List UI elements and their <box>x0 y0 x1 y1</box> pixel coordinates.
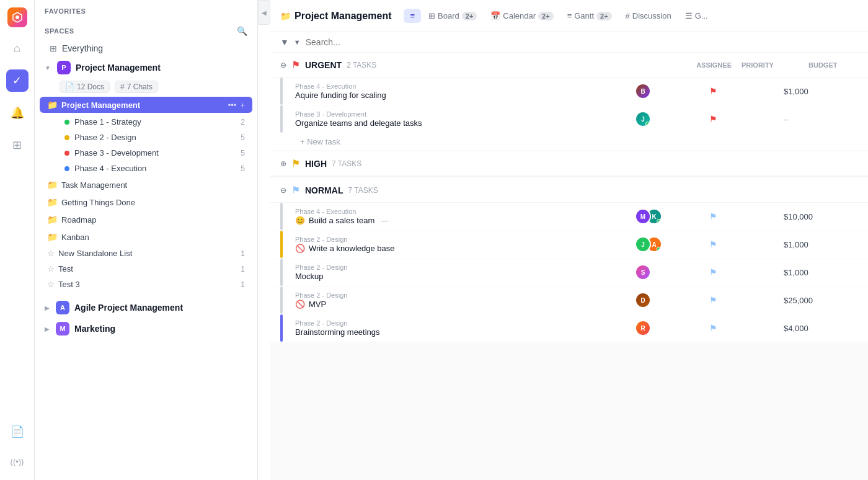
collapse-arrow-pm: ▼ <box>45 64 51 71</box>
task-mvp[interactable]: Phase 2 - Design 🚫 MVP D ⚑ $25,000 <box>270 287 868 314</box>
high-name: HIGH <box>305 159 327 169</box>
sidebar-collapse-button[interactable]: ◀ <box>258 0 270 25</box>
task-area: ⊖ ⚑ URGENT 2 TASKS ASSIGNEE PRIORITY BUD… <box>270 53 868 480</box>
task7-assignee: R <box>635 320 709 336</box>
notifications-nav-icon[interactable]: 🔔 <box>6 102 29 124</box>
agile-space[interactable]: ▶ A Agile Project Management <box>35 297 257 318</box>
task3-emoji: 😊 <box>295 216 305 225</box>
search-input[interactable] <box>306 37 858 47</box>
task1-assignee: B <box>635 83 709 99</box>
chat-icon: # <box>120 82 125 91</box>
priority-col-header: PRIORITY <box>742 61 804 69</box>
active-folder-icon: 📁 <box>47 100 58 110</box>
docs-chats-row: 📄 12 Docs # 7 Chats <box>35 78 257 96</box>
dashboard-nav-icon[interactable]: ⊞ <box>6 134 29 156</box>
kanban-folder[interactable]: 📁 Kanban <box>40 229 252 245</box>
star-icon-3: ☆ <box>47 280 55 289</box>
tab-more-icon: ☰ <box>685 11 693 20</box>
task3-assignee: M K <box>635 208 709 224</box>
task4-priority: ⚑ <box>709 239 784 249</box>
task4-title: Write a knowledge base <box>309 244 395 253</box>
header-title-text: Project Management <box>294 11 391 22</box>
getting-things-done-label: Getting Things Done <box>61 198 245 207</box>
task4-budget: $1,000 <box>784 240 858 249</box>
urgent-section-header[interactable]: ⊖ ⚑ URGENT 2 TASKS ASSIGNEE PRIORITY BUD… <box>270 53 868 78</box>
task-knowledge-base[interactable]: Phase 2 - Design 🚫 Write a knowledge bas… <box>270 231 868 259</box>
task-build-sales-team[interactable]: Phase 4 - Execution 😊 Build a sales team… <box>270 203 868 231</box>
collapse-arrow-agile: ▶ <box>45 304 50 311</box>
task-aquire-funding[interactable]: Phase 4 - Execution Aquire funding for s… <box>270 78 868 105</box>
task4-avatar-group: J A <box>635 236 662 252</box>
tab-discussion[interactable]: # Discussion <box>619 9 678 23</box>
tasks-nav-icon[interactable]: ✓ <box>6 69 29 92</box>
wifi-nav-icon[interactable]: ((•)) <box>6 450 29 473</box>
high-toggle[interactable]: ⊕ <box>280 159 286 168</box>
tab-board[interactable]: ⊞ Board 2+ <box>422 9 483 23</box>
task6-priority-flag: ⚑ <box>709 295 717 305</box>
everything-item[interactable]: ⊞ Everything <box>40 40 252 57</box>
add-icon[interactable]: + <box>240 100 245 110</box>
task3-priority-flag: ⚑ <box>709 211 717 221</box>
high-section: ⊕ ⚑ HIGH 7 TASKS <box>270 151 868 177</box>
docs-nav-icon[interactable]: 📄 <box>6 420 29 443</box>
task2-avatar: J <box>635 111 651 127</box>
favorites-label: Favorites <box>45 7 86 15</box>
filter-down-icon[interactable]: ▼ <box>294 38 301 46</box>
task5-priority-flag: ⚑ <box>709 267 717 277</box>
task6-title-row: 🚫 MVP <box>295 300 347 309</box>
more-icon[interactable]: ••• <box>228 100 237 110</box>
task1-phase: Phase 4 - Execution <box>295 82 386 90</box>
roadmap-folder[interactable]: 📁 Roadmap <box>40 211 252 228</box>
high-section-header[interactable]: ⊕ ⚑ HIGH 7 TASKS <box>270 151 868 176</box>
normal-toggle[interactable]: ⊖ <box>280 186 286 195</box>
header-folder-icon: 📁 <box>280 11 291 21</box>
folder-nav-icon-kb: 📁 <box>47 232 58 242</box>
task-management-folder[interactable]: 📁 Task Management <box>40 177 252 193</box>
getting-things-done-folder[interactable]: 📁 Getting Things Done <box>40 194 252 210</box>
phase4-execution-item[interactable]: Phase 4 - Execution 5 <box>40 161 252 176</box>
task-indicator-1 <box>280 78 283 105</box>
phase1-strategy-item[interactable]: Phase 1 - Strategy 2 <box>40 115 252 129</box>
phase3-development-item[interactable]: Phase 3 - Development 5 <box>40 146 252 160</box>
standalone-list-item[interactable]: ☆ New Standalone List 1 <box>40 246 252 260</box>
tab-calendar[interactable]: 📅 Calendar 2+ <box>484 9 559 23</box>
phase2-design-item[interactable]: Phase 2 - Design 5 <box>40 130 252 144</box>
task-organize-teams[interactable]: Phase 3 - Development Organize teams and… <box>270 105 868 133</box>
task6-title: MVP <box>309 300 326 309</box>
tab-gantt[interactable]: ≡ Gantt 2+ <box>561 9 618 23</box>
folder-nav-icon-gtd: 📁 <box>47 197 58 207</box>
pm-badge: P <box>57 61 71 74</box>
active-folder[interactable]: 📁 Project Management ••• + <box>40 97 252 113</box>
urgent-toggle[interactable]: ⊖ <box>280 61 286 69</box>
phase4-name: Phase 4 - Execution <box>74 164 241 173</box>
tab-more-label: G... <box>695 11 708 20</box>
task-brainstorming[interactable]: Phase 2 - Design Brainstorming meetings … <box>270 314 868 342</box>
home-nav-icon[interactable]: ⌂ <box>6 37 29 60</box>
marketing-space-name: Marketing <box>74 324 247 334</box>
test-label: Test <box>58 264 237 273</box>
normal-section-header[interactable]: ⊖ ⚑ NORMAL 7 TASKS <box>270 178 868 203</box>
header-title-group: 📁 Project Management <box>280 11 391 22</box>
task-mockup[interactable]: Phase 2 - Design Mockup S ⚑ $1,000 <box>270 259 868 287</box>
test3-item[interactable]: ☆ Test 3 1 <box>40 277 252 291</box>
filter-icon[interactable]: ▼ <box>280 37 289 47</box>
chats-badge[interactable]: # 7 Chats <box>115 81 158 93</box>
task3-dash: — <box>381 216 388 225</box>
task5-phase: Phase 2 - Design <box>295 264 347 271</box>
tab-list[interactable]: ≡ <box>404 9 421 23</box>
test-item[interactable]: ☆ Test 1 <box>40 262 252 276</box>
task-indicator-2 <box>280 105 283 133</box>
folder-actions: ••• + <box>228 100 245 110</box>
project-management-space[interactable]: ▼ P Project Management <box>35 57 257 78</box>
task2-phase: Phase 3 - Development <box>295 110 422 118</box>
active-folder-label: Project Management <box>61 100 224 110</box>
spaces-search-icon[interactable]: 🔍 <box>237 26 247 36</box>
tab-more[interactable]: ☰ G... <box>679 9 714 23</box>
docs-badge[interactable]: 📄 12 Docs <box>60 81 110 93</box>
urgent-new-task[interactable]: + New task <box>270 133 868 150</box>
marketing-space[interactable]: ▶ M Marketing <box>35 318 257 339</box>
task4-emoji: 🚫 <box>295 244 305 253</box>
normal-name: NORMAL <box>305 185 343 195</box>
marketing-badge: M <box>56 322 69 336</box>
phase2-name: Phase 2 - Design <box>74 133 241 142</box>
